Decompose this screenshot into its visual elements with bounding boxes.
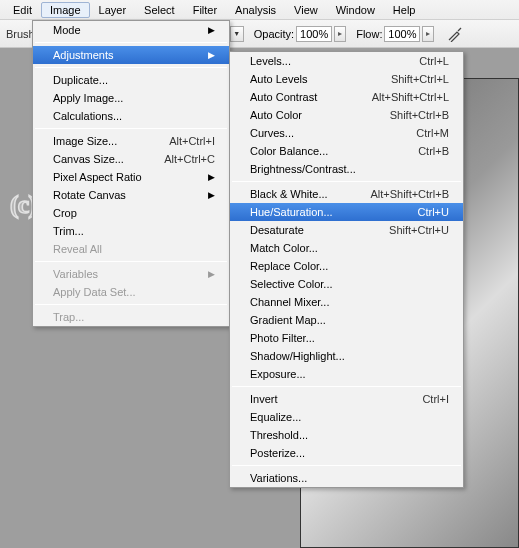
menu-select[interactable]: Select	[135, 2, 184, 18]
opacity-flyout[interactable]: ▸	[334, 26, 346, 42]
airbrush-icon[interactable]	[446, 25, 464, 43]
menu-item-mode[interactable]: Mode▶	[33, 21, 229, 39]
menu-item-image-size[interactable]: Image Size...Alt+Ctrl+I	[33, 132, 229, 150]
menu-item-trim[interactable]: Trim...	[33, 222, 229, 240]
menu-item-shadow-highlight[interactable]: Shadow/Highlight...	[230, 347, 463, 365]
menu-item-photo-filter[interactable]: Photo Filter...	[230, 329, 463, 347]
menu-item-calculations[interactable]: Calculations...	[33, 107, 229, 125]
opacity-input[interactable]: 100%	[296, 26, 332, 42]
menu-item-auto-levels[interactable]: Auto LevelsShift+Ctrl+L	[230, 70, 463, 88]
flow-label: Flow:	[356, 28, 382, 40]
menu-item-replace-color[interactable]: Replace Color...	[230, 257, 463, 275]
separator	[232, 181, 461, 182]
menu-analysis[interactable]: Analysis	[226, 2, 285, 18]
menu-item-auto-color[interactable]: Auto ColorShift+Ctrl+B	[230, 106, 463, 124]
menu-item-levels[interactable]: Levels...Ctrl+L	[230, 52, 463, 70]
menu-item-pixel-aspect[interactable]: Pixel Aspect Ratio▶	[33, 168, 229, 186]
separator	[35, 67, 227, 68]
opacity-label: Opacity:	[254, 28, 294, 40]
separator	[35, 261, 227, 262]
menu-item-equalize[interactable]: Equalize...	[230, 408, 463, 426]
separator	[232, 465, 461, 466]
menu-item-desaturate[interactable]: DesaturateShift+Ctrl+U	[230, 221, 463, 239]
menu-edit[interactable]: Edit	[4, 2, 41, 18]
menu-item-auto-contrast[interactable]: Auto ContrastAlt+Shift+Ctrl+L	[230, 88, 463, 106]
blend-mode-dropdown[interactable]: ▼	[230, 26, 244, 42]
menu-item-gradient-map[interactable]: Gradient Map...	[230, 311, 463, 329]
menu-item-black-white[interactable]: Black & White...Alt+Shift+Ctrl+B	[230, 185, 463, 203]
menu-item-channel-mixer[interactable]: Channel Mixer...	[230, 293, 463, 311]
menu-item-variations[interactable]: Variations...	[230, 469, 463, 487]
menu-item-curves[interactable]: Curves...Ctrl+M	[230, 124, 463, 142]
menu-item-selective-color[interactable]: Selective Color...	[230, 275, 463, 293]
separator	[35, 304, 227, 305]
menu-help[interactable]: Help	[384, 2, 425, 18]
menu-item-duplicate[interactable]: Duplicate...	[33, 71, 229, 89]
menu-item-reveal-all: Reveal All	[33, 240, 229, 258]
menu-view[interactable]: View	[285, 2, 327, 18]
menu-layer[interactable]: Layer	[90, 2, 136, 18]
flow-flyout[interactable]: ▸	[422, 26, 434, 42]
menu-filter[interactable]: Filter	[184, 2, 226, 18]
image-menu-dropdown: Mode▶ Adjustments▶ Duplicate... Apply Im…	[32, 20, 230, 327]
menu-item-variables: Variables▶	[33, 265, 229, 283]
menu-item-exposure[interactable]: Exposure...	[230, 365, 463, 383]
menu-item-apply-data-set: Apply Data Set...	[33, 283, 229, 301]
menu-window[interactable]: Window	[327, 2, 384, 18]
menu-item-apply-image[interactable]: Apply Image...	[33, 89, 229, 107]
menu-item-threshold[interactable]: Threshold...	[230, 426, 463, 444]
flow-input[interactable]: 100%	[384, 26, 420, 42]
menu-item-hue-saturation[interactable]: Hue/Saturation...Ctrl+U	[230, 203, 463, 221]
menu-item-match-color[interactable]: Match Color...	[230, 239, 463, 257]
menu-item-invert[interactable]: InvertCtrl+I	[230, 390, 463, 408]
menu-item-canvas-size[interactable]: Canvas Size...Alt+Ctrl+C	[33, 150, 229, 168]
separator	[35, 128, 227, 129]
separator	[35, 42, 227, 43]
adjustments-submenu: Levels...Ctrl+L Auto LevelsShift+Ctrl+L …	[229, 51, 464, 488]
menu-item-trap: Trap...	[33, 308, 229, 326]
menu-image[interactable]: Image	[41, 2, 90, 18]
separator	[232, 386, 461, 387]
menu-item-adjustments[interactable]: Adjustments▶	[33, 46, 229, 64]
menu-item-color-balance[interactable]: Color Balance...Ctrl+B	[230, 142, 463, 160]
menubar: Edit Image Layer Select Filter Analysis …	[0, 0, 519, 20]
menu-item-brightness-contrast[interactable]: Brightness/Contrast...	[230, 160, 463, 178]
menu-item-posterize[interactable]: Posterize...	[230, 444, 463, 462]
menu-item-rotate-canvas[interactable]: Rotate Canvas▶	[33, 186, 229, 204]
menu-item-crop[interactable]: Crop	[33, 204, 229, 222]
